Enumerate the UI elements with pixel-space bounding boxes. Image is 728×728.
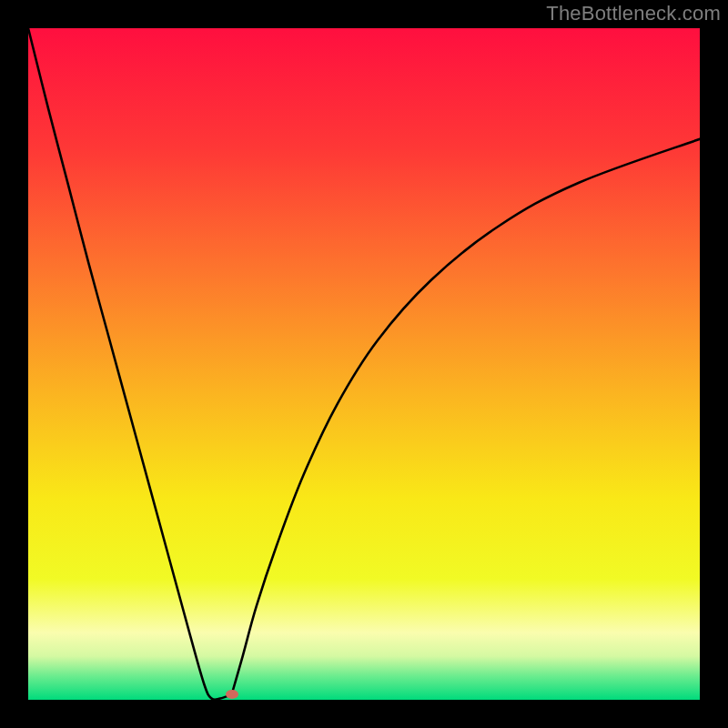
chart-wrap: TheBottleneck.com <box>0 0 728 728</box>
vertex-marker <box>226 690 238 699</box>
curve-right-branch <box>232 139 700 694</box>
plot-area <box>28 28 700 700</box>
attribution-text: TheBottleneck.com <box>546 2 721 25</box>
curve-left-branch <box>28 28 232 700</box>
bottleneck-curve <box>28 28 700 700</box>
